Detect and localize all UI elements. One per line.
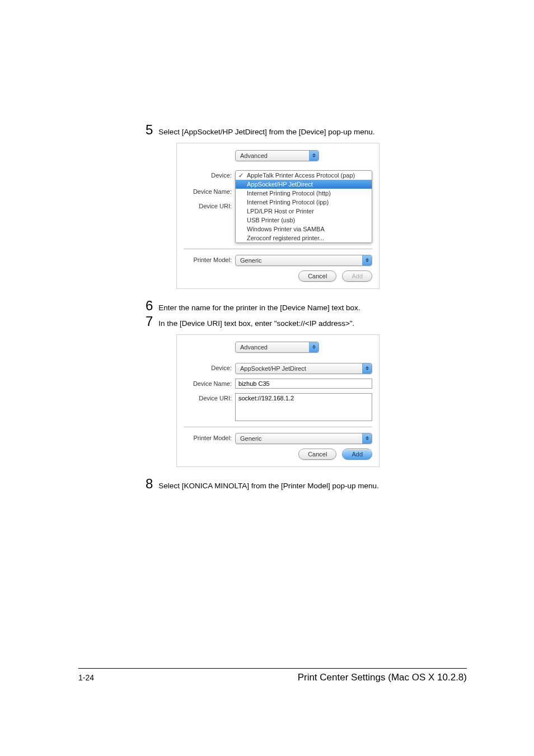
device-uri-label: Device URI: <box>184 203 235 209</box>
step-6: 6 Enter the name for the printer in the … <box>146 299 467 313</box>
step-text: Select [AppSocket/HP JetDirect] from the… <box>158 127 374 137</box>
device-menu-item[interactable]: ✓ AppleTalk Printer Access Protocol (pap… <box>236 171 372 180</box>
printer-model-value: Generic <box>236 257 362 264</box>
device-menu-item-selected[interactable]: AppSocket/HP JetDirect <box>236 180 372 189</box>
printer-model-label: Printer Model: <box>184 433 235 441</box>
popup-arrows-icon <box>309 151 318 161</box>
device-name-input[interactable] <box>235 379 372 389</box>
printer-model-popup[interactable]: Generic <box>235 433 372 444</box>
step-7: 7 In the [Device URI] text box, enter "s… <box>146 315 467 329</box>
step-number: 6 <box>146 299 153 312</box>
popup-arrows-icon <box>362 363 372 374</box>
cancel-button[interactable]: Cancel <box>298 270 336 282</box>
printer-model-label: Printer Model: <box>184 255 235 263</box>
popup-arrows-icon <box>362 433 372 444</box>
screenshot-device-menu: Advanced Device: ✓ AppleTalk Printer Acc… <box>176 143 380 289</box>
device-uri-input[interactable] <box>235 393 372 421</box>
separator <box>184 427 372 427</box>
footer-page-number: 1-24 <box>78 673 94 682</box>
step-text: In the [Device URI] text box, enter "soc… <box>158 319 354 329</box>
step-text: Enter the name for the printer in the [D… <box>158 303 360 313</box>
device-menu-item[interactable]: Zeroconf registered printer... <box>236 234 372 242</box>
checkmark-icon: ✓ <box>238 172 243 179</box>
toolbar-popup[interactable]: Advanced <box>235 342 319 353</box>
device-menu-item-label: AppSocket/HP JetDirect <box>247 181 313 188</box>
footer-title: Print Center Settings (Mac OS X 10.2.8) <box>298 672 467 683</box>
device-menu-open[interactable]: ✓ AppleTalk Printer Access Protocol (pap… <box>235 170 372 243</box>
footer-rule <box>78 668 467 669</box>
device-label: Device: <box>184 363 235 371</box>
device-menu-item-label: LPD/LPR Host or Printer <box>247 208 314 214</box>
step-5: 5 Select [AppSocket/HP JetDirect] from t… <box>146 123 467 137</box>
device-label: Device: <box>184 170 235 179</box>
device-uri-label: Device URI: <box>184 393 235 402</box>
page-footer: 1-24 Print Center Settings (Mac OS X 10.… <box>78 668 467 683</box>
toolbar-popup[interactable]: Advanced <box>235 150 319 161</box>
device-menu-item-label: Windows Printer via SAMBA <box>247 226 325 232</box>
add-button: Add <box>342 270 372 282</box>
popup-arrows-icon <box>309 342 318 352</box>
device-menu-item[interactable]: Internet Printing Protocol (http) <box>236 189 372 198</box>
toolbar-popup-label: Advanced <box>236 152 309 159</box>
device-menu-item-label: USB Printer (usb) <box>247 217 295 223</box>
device-menu-item-label: Internet Printing Protocol (ipp) <box>247 199 329 206</box>
device-menu-item-label: AppleTalk Printer Access Protocol (pap) <box>247 172 355 179</box>
device-value: AppSocket/HP JetDirect <box>236 365 362 372</box>
toolbar-popup-label: Advanced <box>236 344 309 351</box>
device-menu-item-label: Internet Printing Protocol (http) <box>247 190 331 197</box>
printer-model-value: Generic <box>236 435 362 442</box>
add-button[interactable]: Add <box>342 449 372 460</box>
step-number: 7 <box>146 315 153 328</box>
device-menu-item[interactable]: LPD/LPR Host or Printer <box>236 207 372 216</box>
separator <box>184 249 372 249</box>
step-number: 5 <box>146 123 153 137</box>
printer-model-popup[interactable]: Generic <box>235 255 372 266</box>
device-menu-item[interactable]: USB Printer (usb) <box>236 216 372 225</box>
popup-arrows-icon <box>362 255 372 265</box>
step-text: Select [KONICA MINOLTA] from the [Printe… <box>158 481 378 491</box>
step-number: 8 <box>146 477 153 491</box>
cancel-button[interactable]: Cancel <box>298 449 336 460</box>
screenshot-device-form: Advanced Device: AppSocket/HP JetDirect … <box>176 334 380 467</box>
device-menu-item-label: Zeroconf registered printer... <box>247 235 324 241</box>
device-name-label: Device Name: <box>184 379 235 387</box>
step-8: 8 Select [KONICA MINOLTA] from the [Prin… <box>146 477 467 491</box>
device-menu-item[interactable]: Internet Printing Protocol (ipp) <box>236 198 372 207</box>
device-popup[interactable]: AppSocket/HP JetDirect <box>235 363 372 374</box>
device-menu-item[interactable]: Windows Printer via SAMBA <box>236 225 372 234</box>
device-name-label: Device Name: <box>184 188 235 195</box>
